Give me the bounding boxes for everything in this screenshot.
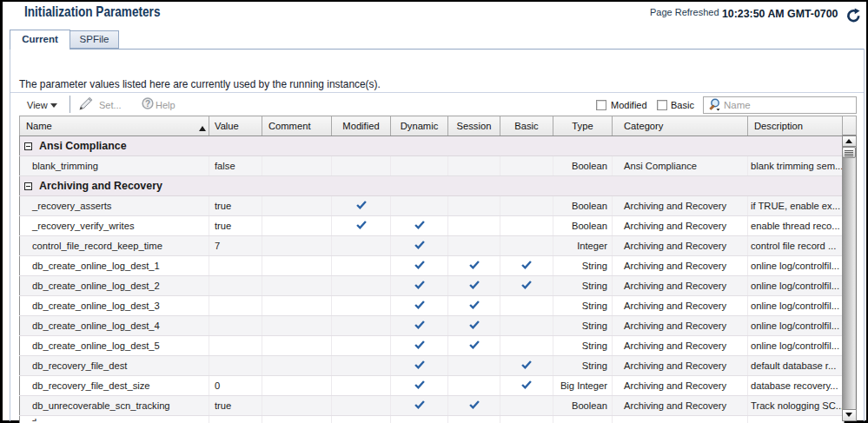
svg-text:?: ? bbox=[145, 99, 150, 109]
